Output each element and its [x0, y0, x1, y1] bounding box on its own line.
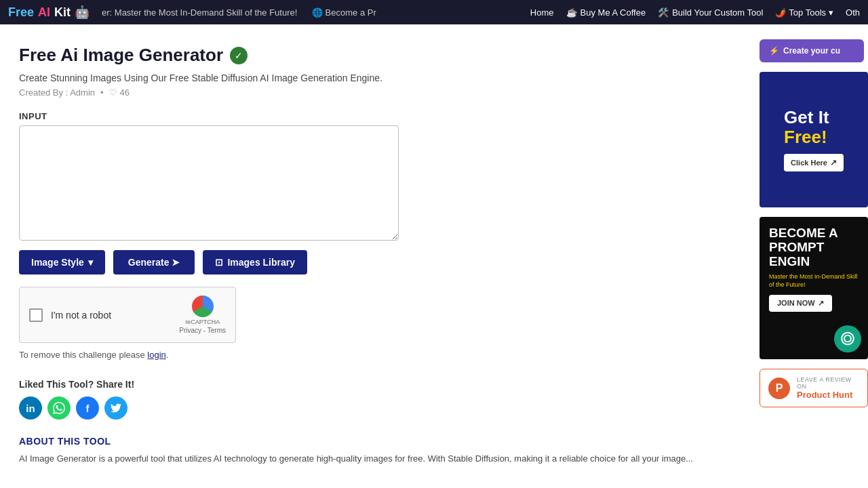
social-buttons: in f [19, 396, 741, 420]
image-style-button[interactable]: Image Style ▾ [19, 250, 105, 274]
nav-ticker: er: Master the Most In-Demand Skill of t… [102, 7, 530, 18]
ad2-prompt-eng: PROMPT ENGIN [769, 241, 859, 269]
product-hunt-icon: P [768, 378, 790, 399]
prompt-textarea[interactable] [19, 125, 399, 241]
linkedin-share-button[interactable]: in [19, 396, 42, 420]
share-label: Liked This Tool? Share It! [19, 379, 741, 390]
ad2-master-text: Master the Most In-Demand Skill of the F… [769, 272, 859, 289]
logo-kit: Kit [54, 5, 71, 20]
buttons-row: Image Style ▾ Generate ➤ ⊡ Images Librar… [19, 250, 399, 274]
share-section: Liked This Tool? Share It! in f [19, 379, 741, 420]
like-number: 46 [120, 87, 130, 98]
captcha-checkbox[interactable] [29, 308, 43, 322]
subtitle: Create Stunning Images Using Our Free St… [19, 73, 741, 83]
page-title: Free Ai Image Generator [19, 45, 223, 66]
ad-banner-2: BECOME A PROMPT ENGIN Master the Most In… [760, 217, 868, 359]
captcha-privacy: Privacy - Terms [179, 327, 226, 334]
create-custom-label: Create your cu [783, 46, 840, 56]
tool-icon: 🛠️ [658, 7, 669, 18]
nav-build-tool[interactable]: 🛠️ Build Your Custom Tool [658, 7, 763, 18]
generate-button[interactable]: Generate ➤ [113, 250, 195, 274]
coffee-icon: ☕ [566, 7, 577, 18]
ad-banner-1-content: Get It Free! Click Here ↗ [774, 98, 853, 180]
nav-right: Home ☕ Buy Me A Coffee 🛠️ Build Your Cus… [530, 7, 860, 18]
verified-badge: ✓ [230, 47, 248, 64]
robot-icon: 🤖 [75, 5, 90, 20]
openai-icon [834, 325, 861, 352]
click-here-label: Click Here [791, 159, 827, 167]
arrow-icon: ↗ [818, 299, 824, 308]
site-logo[interactable]: FreeAIKit 🤖 [8, 5, 90, 20]
captcha-box: I'm not a robot reCAPTCHA Privacy - Term… [19, 287, 236, 343]
facebook-share-button[interactable]: f [76, 396, 99, 420]
fire-icon: 🌶️ [775, 7, 786, 18]
product-hunt-text: LEAVE A REVIEW ON Product Hunt [797, 376, 859, 400]
about-title: ABOUT THIS TOOL [19, 436, 741, 447]
whatsapp-share-button[interactable] [47, 396, 71, 420]
generate-label: Generate ➤ [128, 257, 180, 268]
twitter-share-button[interactable] [104, 396, 127, 420]
image-style-label: Image Style [31, 257, 84, 268]
meta-row: Created By : Admin • ♡ 46 [19, 87, 741, 98]
recaptcha-icon [192, 296, 214, 317]
nav-home[interactable]: Home [530, 7, 554, 18]
sidebar: ⚡ Create your cu Get It Free! Click Here… [760, 24, 868, 487]
remove-challenge-text: To remove this challenge please login. [19, 350, 741, 360]
nav-buy-coffee[interactable]: ☕ Buy Me A Coffee [566, 7, 646, 18]
captcha-label: I'm not a robot [51, 310, 171, 321]
page-title-row: Free Ai Image Generator ✓ [19, 45, 741, 66]
about-text: AI Image Generator is a powerful tool th… [19, 452, 741, 466]
logo-ai: AI [38, 5, 50, 20]
nav-other[interactable]: Oth [846, 7, 860, 18]
ad2-join-now-button[interactable]: JOIN NOW ↗ [769, 295, 832, 312]
ph-leave-review: LEAVE A REVIEW ON [797, 376, 859, 390]
ad1-free: Free! [784, 127, 844, 147]
page-wrapper: Free Ai Image Generator ✓ Create Stunnin… [0, 24, 868, 487]
cursor-icon: ↗ [830, 158, 837, 167]
dot-separator: • [100, 87, 104, 98]
images-lib-icon: ⊡ [215, 257, 223, 268]
about-section: ABOUT THIS TOOL AI Image Generator is a … [19, 436, 741, 466]
svg-point-0 [834, 325, 861, 352]
create-custom-button[interactable]: ⚡ Create your cu [760, 39, 864, 62]
images-lib-label: Images Library [227, 257, 295, 268]
input-label: INPUT [19, 111, 741, 121]
product-hunt-banner[interactable]: P LEAVE A REVIEW ON Product Hunt [760, 369, 868, 407]
chevron-down-icon: ▾ [829, 7, 833, 18]
heart-icon: ♡ [109, 87, 117, 98]
ad1-get-it: Get It [784, 108, 844, 127]
nav-top-tools[interactable]: 🌶️ Top Tools ▾ [775, 7, 833, 18]
login-link[interactable]: login [147, 350, 165, 360]
logo-free: Free [8, 5, 34, 20]
main-content: Free Ai Image Generator ✓ Create Stunnin… [0, 24, 760, 487]
navbar: FreeAIKit 🤖 er: Master the Most In-Deman… [0, 0, 868, 24]
captcha-footer: reCAPTCHA Privacy - Terms [179, 296, 226, 334]
ph-product-hunt-name: Product Hunt [797, 390, 859, 400]
ad2-become: BECOME A [769, 226, 859, 241]
like-count-row: ♡ 46 [109, 87, 130, 98]
chevron-down-icon: ▾ [88, 257, 93, 268]
ad-banner-1: Get It Free! Click Here ↗ [760, 72, 868, 207]
lightning-icon: ⚡ [769, 46, 779, 56]
created-by: Created By : Admin [19, 87, 95, 98]
recaptcha-branding: reCAPTCHA [185, 319, 220, 325]
images-library-button[interactable]: ⊡ Images Library [203, 250, 307, 274]
ad1-click-here-button[interactable]: Click Here ↗ [784, 154, 844, 171]
join-now-label: JOIN NOW [777, 299, 815, 307]
